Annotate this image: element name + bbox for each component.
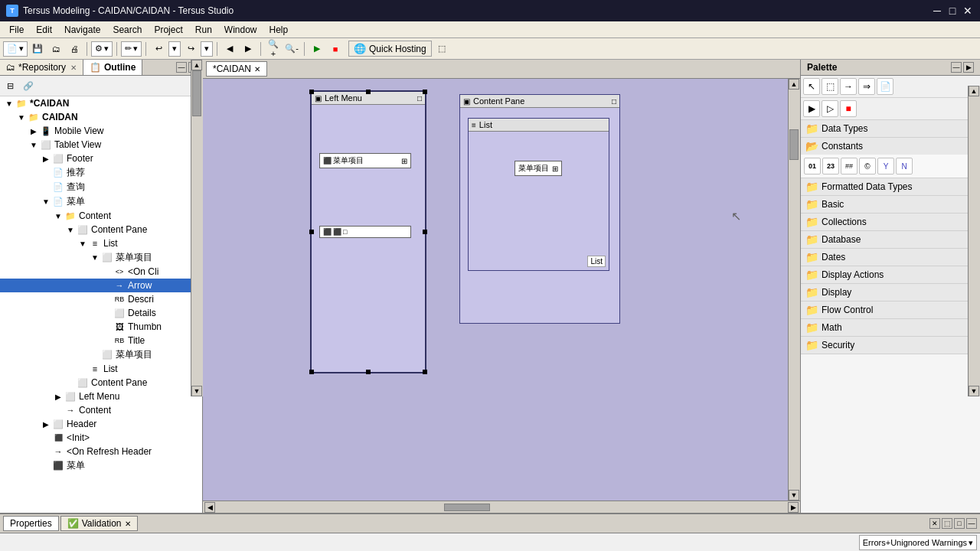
- toggle-arrow[interactable]: [101, 279, 113, 292]
- toggle-caidan-root[interactable]: ▼: [3, 97, 15, 109]
- canvas-area[interactable]: ▣ Left Menu □ ⬛ 菜单项目 ⊞ ⬛: [203, 79, 800, 500]
- tree-item-caidan-root[interactable]: ▼ 📁 *CAIDAN: [0, 96, 202, 110]
- toggle-details[interactable]: [101, 307, 113, 319]
- toolbar-redo-dropdown[interactable]: ▾: [201, 41, 213, 57]
- menu-file[interactable]: File: [3, 23, 30, 37]
- palette-page-icon[interactable]: 📄: [877, 78, 893, 95]
- menu-help[interactable]: Help: [263, 23, 295, 37]
- canvas-scroll-thumb-h[interactable]: [444, 504, 490, 511]
- toggle-menu[interactable]: ▼: [40, 196, 52, 208]
- maximize-button[interactable]: □: [946, 5, 959, 17]
- menu-navigate[interactable]: Navigate: [58, 23, 106, 37]
- center-tab-caidan[interactable]: *CAIDAN ✕: [206, 61, 267, 77]
- toggle-query[interactable]: [40, 181, 52, 194]
- bottom-close-btn[interactable]: —: [966, 518, 977, 529]
- palette-arrow-right-icon[interactable]: →: [840, 78, 857, 95]
- toggle-descri[interactable]: [101, 293, 113, 305]
- toggle-on-cli[interactable]: [101, 266, 113, 278]
- toggle-title[interactable]: [101, 334, 113, 347]
- toggle-footer[interactable]: ▶: [40, 152, 52, 165]
- tree-item-content-pane[interactable]: ▼ ⬜ Content Pane: [0, 223, 202, 236]
- tab-properties[interactable]: Properties: [3, 516, 59, 531]
- toggle-content[interactable]: ▼: [52, 210, 64, 222]
- palette-scroll-up[interactable]: ▲: [969, 86, 979, 96]
- palette-play2-icon[interactable]: ▷: [822, 100, 838, 117]
- tree-item-descri[interactable]: RB Descri: [0, 292, 202, 306]
- tree-item-menu-item-2[interactable]: ⬜ 菜单项目: [0, 347, 202, 362]
- tree-item-content-2[interactable]: → Content: [0, 403, 202, 417]
- tree-item-list-2[interactable]: ≡ List: [0, 362, 202, 376]
- toggle-menu-item-1[interactable]: ▼: [89, 252, 101, 264]
- bottom-minimize-btn[interactable]: ✕: [929, 518, 940, 529]
- left-menu-widget-1[interactable]: ⬛ 菜单项目 ⊞: [319, 153, 411, 168]
- tree-link[interactable]: 🔗: [20, 77, 37, 94]
- tab-outline[interactable]: 📋 Outline: [83, 60, 142, 75]
- menu-window[interactable]: Window: [218, 23, 263, 37]
- menu-run[interactable]: Run: [189, 23, 218, 37]
- toolbar-nav-dropdown[interactable]: ✏ ▾: [121, 41, 142, 57]
- const-icon-y[interactable]: Y: [877, 158, 894, 174]
- toolbar-zoom-in[interactable]: 🔍+: [265, 41, 282, 57]
- palette-cursor-icon[interactable]: ↖: [803, 78, 820, 95]
- palette-section-basic-header[interactable]: 📁 Basic: [801, 196, 980, 213]
- toolbar-settings-dropdown[interactable]: ⚙ ▾: [91, 41, 113, 57]
- tree-item-tablet[interactable]: ▼ ⬜ Tablet View: [0, 138, 202, 152]
- quick-hosting-button[interactable]: 🌐 Quick Hosting: [348, 41, 432, 57]
- toolbar-undo[interactable]: ↩: [150, 41, 167, 57]
- palette-section-math-header[interactable]: 📁 Math: [801, 319, 980, 336]
- toolbar-back[interactable]: ◀: [221, 41, 238, 57]
- validation-tab-close[interactable]: ✕: [125, 520, 131, 528]
- palette-section-constants-header[interactable]: 📂 Constants: [801, 138, 980, 155]
- caidan-tab-close[interactable]: ✕: [254, 65, 260, 73]
- tree-container[interactable]: ▼ 📁 *CAIDAN ▼ 📁 CAIDAN ▶ 📱 Mobile View ▼…: [0, 96, 202, 513]
- tree-item-content-pane-2[interactable]: ⬜ Content Pane: [0, 376, 202, 390]
- palette-section-collections-header[interactable]: 📁 Collections: [801, 214, 980, 230]
- tree-item-title[interactable]: RB Title: [0, 334, 202, 347]
- tree-item-caidan[interactable]: ▼ 📁 CAIDAN: [0, 110, 202, 124]
- toggle-content-pane[interactable]: ▼: [64, 223, 77, 236]
- palette-section-database-header[interactable]: 📁 Database: [801, 231, 980, 248]
- palette-section-display-actions-header[interactable]: 📁 Display Actions: [801, 266, 980, 283]
- bottom-filter-dropdown[interactable]: Errors+Unignored Warnings ▾: [859, 535, 977, 550]
- toggle-content-2[interactable]: [52, 404, 64, 416]
- const-icon-23[interactable]: 23: [822, 158, 839, 174]
- palette-section-data-types-header[interactable]: 📁 Data Types: [801, 120, 980, 137]
- tree-item-list[interactable]: ▼ ≡ List: [0, 236, 202, 250]
- palette-minimize-btn[interactable]: —: [951, 62, 962, 73]
- panel-minimize-btn[interactable]: —: [176, 62, 187, 73]
- tree-item-left-menu[interactable]: ▶ ⬜ Left Menu: [0, 390, 202, 403]
- bottom-layout-btn[interactable]: ⬚: [942, 518, 952, 529]
- toolbar-redo[interactable]: ↪: [182, 41, 199, 57]
- toggle-recommend[interactable]: [40, 167, 52, 179]
- palette-expand-btn[interactable]: ▶: [963, 62, 974, 73]
- palette-select-icon[interactable]: ⬚: [822, 78, 838, 95]
- menu-edit[interactable]: Edit: [30, 23, 58, 37]
- palette-section-flow-control-header[interactable]: 📁 Flow Control: [801, 302, 980, 318]
- palette-play-icon[interactable]: ▶: [803, 100, 820, 117]
- const-icon-hash[interactable]: ##: [841, 158, 858, 174]
- tree-item-details[interactable]: ⬜ Details: [0, 306, 202, 320]
- toggle-header[interactable]: ▶: [40, 418, 52, 430]
- canvas-scroll-left[interactable]: ◀: [204, 502, 215, 513]
- left-menu-maximize[interactable]: □: [417, 94, 422, 103]
- toolbar-save-all[interactable]: 🗂: [47, 41, 64, 57]
- toggle-init[interactable]: [40, 432, 52, 444]
- toggle-on-refresh[interactable]: [40, 445, 52, 458]
- toggle-caidan[interactable]: ▼: [15, 111, 28, 123]
- tree-item-mobile[interactable]: ▶ 📱 Mobile View: [0, 124, 202, 138]
- toggle-list-2[interactable]: [77, 363, 89, 375]
- close-button[interactable]: ✕: [962, 5, 974, 17]
- toolbar-zoom-out[interactable]: 🔍-: [283, 41, 300, 57]
- tree-item-menu-item-1[interactable]: ▼ ⬜ 菜单项目: [0, 250, 202, 265]
- content-pane-maximize[interactable]: □: [612, 97, 616, 106]
- tree-item-query[interactable]: 📄 查询: [0, 180, 202, 194]
- content-pane-frame[interactable]: ▣ Content Pane □ ≡ List 菜: [459, 94, 620, 324]
- toggle-left-menu[interactable]: ▶: [52, 390, 64, 403]
- minimize-button[interactable]: ─: [931, 5, 943, 17]
- tree-item-header[interactable]: ▶ ⬜ Header: [0, 417, 202, 431]
- tree-collapse-all[interactable]: ⊟: [2, 77, 18, 94]
- menu-search[interactable]: Search: [106, 23, 148, 37]
- tab-validation[interactable]: ✅ Validation ✕: [60, 516, 138, 531]
- toolbar-print[interactable]: 🖨: [66, 41, 83, 57]
- tree-item-on-cli[interactable]: <> <On Cli: [0, 265, 202, 279]
